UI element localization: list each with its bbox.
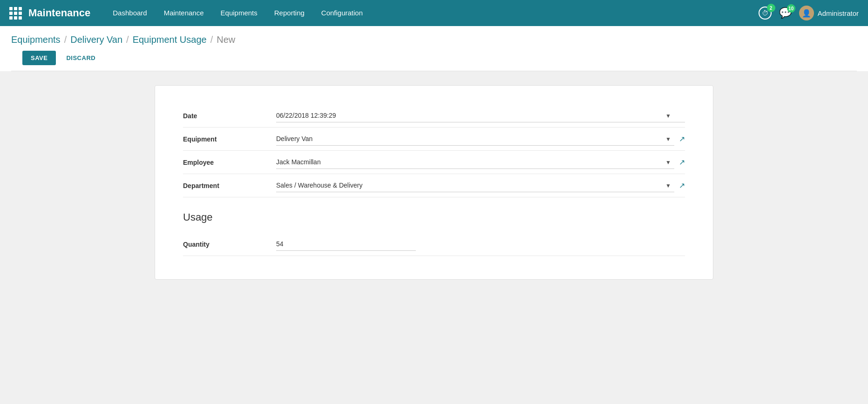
employee-row: Employee ▼ ↗ — [183, 151, 685, 174]
timer-badge[interactable]: ⏱ 2 — [759, 7, 772, 20]
equipment-row: Equipment ▼ ↗ — [183, 128, 685, 151]
date-control: ▼ — [276, 109, 685, 122]
department-label: Department — [183, 182, 276, 189]
breadcrumb-delivery-van[interactable]: Delivery Van — [70, 34, 122, 45]
department-control: ▼ ↗ — [276, 179, 685, 192]
main-nav: Dashboard Maintenance Equipments Reporti… — [104, 0, 758, 26]
usage-section-title: Usage — [183, 211, 685, 223]
department-row: Department ▼ ↗ — [183, 174, 685, 197]
grid-menu-icon[interactable] — [9, 7, 22, 20]
save-button[interactable]: SAVE — [22, 51, 56, 65]
nav-equipments[interactable]: Equipments — [212, 0, 266, 26]
breadcrumb-sep2: / — [126, 34, 129, 45]
form-card: Date ▼ Equipment ▼ ↗ Employee ▼ ↗ — [155, 85, 713, 280]
date-input[interactable] — [276, 109, 685, 122]
breadcrumb-equipments[interactable]: Equipments — [11, 34, 61, 45]
nav-maintenance[interactable]: Maintenance — [156, 0, 212, 26]
equipment-label: Equipment — [183, 135, 276, 143]
navbar: Maintenance Dashboard Maintenance Equipm… — [0, 0, 868, 26]
navbar-right: ⏱ 2 💬 10 👤 Administrator — [759, 6, 859, 20]
breadcrumb-equipment-usage[interactable]: Equipment Usage — [133, 34, 207, 45]
equipment-input[interactable] — [276, 132, 674, 146]
date-label: Date — [183, 112, 276, 120]
breadcrumb-sep3: / — [210, 34, 213, 45]
department-external-link-icon[interactable]: ↗ — [679, 181, 685, 190]
chat-count: 10 — [787, 4, 795, 13]
quantity-input[interactable] — [276, 237, 416, 251]
breadcrumb: Equipments / Delivery Van / Equipment Us… — [11, 34, 857, 45]
timer-count: 2 — [767, 4, 775, 12]
quantity-row: Quantity — [183, 233, 685, 256]
nav-configuration[interactable]: Configuration — [313, 0, 371, 26]
admin-user-menu[interactable]: 👤 Administrator — [799, 6, 859, 20]
employee-external-link-icon[interactable]: ↗ — [679, 158, 685, 167]
toolbar: SAVE DISCARD — [11, 45, 857, 71]
breadcrumb-sep1: / — [64, 34, 67, 45]
discard-button[interactable]: DISCARD — [61, 51, 100, 65]
employee-input[interactable] — [276, 155, 674, 169]
department-input[interactable] — [276, 179, 674, 192]
equipment-external-link-icon[interactable]: ↗ — [679, 135, 685, 143]
admin-avatar: 👤 — [799, 6, 814, 20]
date-row: Date ▼ — [183, 104, 685, 128]
app-brand: Maintenance — [28, 7, 90, 19]
breadcrumb-bar: Equipments / Delivery Van / Equipment Us… — [0, 26, 868, 71]
breadcrumb-current: New — [217, 34, 235, 45]
nav-dashboard[interactable]: Dashboard — [104, 0, 155, 26]
main-content: Date ▼ Equipment ▼ ↗ Employee ▼ ↗ — [0, 71, 868, 404]
nav-reporting[interactable]: Reporting — [266, 0, 313, 26]
chat-badge[interactable]: 💬 10 — [779, 7, 792, 19]
quantity-label: Quantity — [183, 241, 276, 248]
employee-control: ▼ ↗ — [276, 155, 685, 169]
admin-label: Administrator — [818, 9, 859, 17]
employee-label: Employee — [183, 159, 276, 166]
equipment-control: ▼ ↗ — [276, 132, 685, 146]
